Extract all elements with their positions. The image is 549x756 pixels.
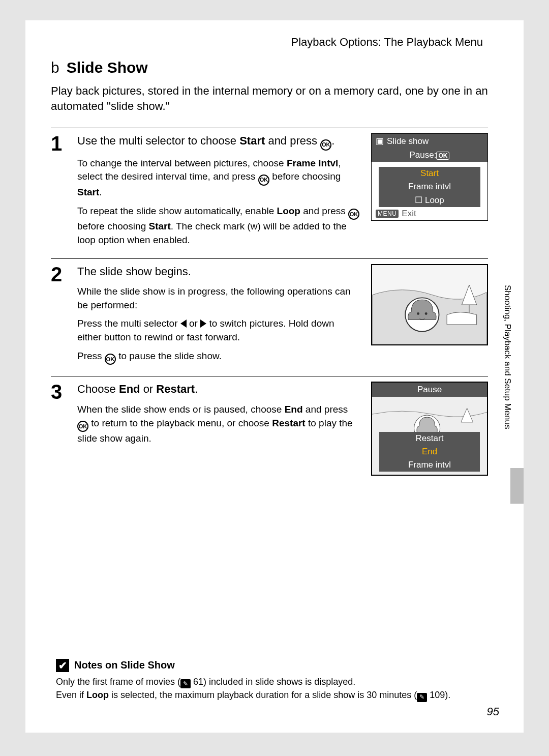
text-bold: Restart (272, 418, 305, 428)
text-bold: End (285, 404, 303, 415)
text: and press (303, 404, 348, 415)
lcd-pause-title: Pause (372, 383, 487, 397)
step-paragraph: When the slide show ends or is paused, c… (77, 403, 361, 446)
text: to return to the playback menu, or choos… (88, 418, 272, 428)
manual-page: Playback Options: The Playback Menu b Sl… (25, 20, 524, 733)
camera-lcd-pause-menu: Pause Restart End Frame intvl (371, 382, 488, 476)
check-icon: ✔ (56, 659, 69, 672)
text: Press the multi selector (77, 318, 180, 329)
step-number: 1 (51, 133, 68, 252)
text: Press (77, 351, 105, 361)
step-number: 3 (51, 382, 68, 476)
lcd-menu-end: End (379, 445, 480, 458)
ok-button-icon: OK (258, 175, 269, 186)
ok-button-icon: OK (105, 354, 116, 365)
lcd-title: Slide show (387, 136, 429, 147)
step-1: 1 Use the multi selector to choose Start… (51, 128, 488, 252)
step-2: 2 The slide show begins. While the slide… (51, 258, 488, 370)
text-bold: Loop (86, 690, 109, 700)
page-ref-icon: ✎ (417, 693, 427, 702)
lcd-background-illustration (372, 397, 487, 438)
text: Even if (56, 690, 86, 700)
text-bold: Restart (156, 383, 195, 395)
lcd-menu-frame-intvl: Frame intvl (379, 180, 480, 193)
text: Use the multi selector to choose (77, 134, 239, 147)
page-title: b Slide Show (51, 59, 488, 76)
text: or (140, 383, 157, 395)
step-paragraph: Press the multi selector or to switch pi… (77, 317, 361, 344)
note-line: Only the first frame of movies (✎ 61) in… (56, 675, 463, 689)
text: and press (265, 134, 320, 147)
playback-icon: ▣ (376, 136, 384, 147)
left-arrow-icon (180, 319, 187, 328)
section-header: Playback Options: The Playback Menu (51, 36, 488, 49)
svg-point-4 (417, 312, 419, 315)
text-bold: End (119, 383, 140, 395)
lcd-footer: MENUExit (372, 207, 487, 220)
sample-photo-illustration (371, 264, 488, 345)
text: To change the interval between pictures,… (77, 158, 287, 168)
text: to pause the slide show. (116, 351, 222, 361)
text: before choosing (269, 171, 341, 182)
text-bold: Start (239, 134, 265, 147)
svg-point-5 (425, 312, 428, 315)
camera-lcd-slideshow-menu: ▣ Slide show Pause:OK Start Frame intvl … (371, 133, 488, 221)
step-paragraph: To change the interval between pictures,… (77, 157, 361, 199)
page-ref-icon: ✎ (180, 679, 191, 688)
ok-button-icon: OK (436, 152, 449, 160)
text-bold: Frame intvl (287, 158, 338, 168)
text-bold: Start (77, 187, 99, 197)
lcd-menu-frame-intvl: Frame intvl (379, 458, 480, 472)
text: before choosing (77, 221, 149, 231)
text: is selected, the maximum playback durati… (109, 690, 417, 700)
intro-paragraph: Play back pictures, stored in the intern… (51, 83, 488, 113)
side-chapter-label: Shooting, Playback and Setup Menus (502, 285, 512, 429)
ok-button-icon: OK (320, 139, 331, 151)
step-heading: Choose End or Restart. (77, 382, 361, 397)
note-line: Even if Loop is selected, the maximum pl… (56, 688, 463, 702)
ok-button-icon: OK (77, 421, 88, 432)
checkmark-glyph: w (251, 221, 258, 231)
text: Choose (77, 383, 119, 395)
right-arrow-icon (200, 319, 206, 328)
text: . (195, 383, 198, 395)
lcd-title-bar: ▣ Slide show (372, 134, 487, 149)
text: Exit (402, 209, 416, 219)
side-thumb-tab (510, 468, 524, 504)
lcd-pause-row: Pause:OK (372, 149, 487, 162)
notes-section: ✔ Notes on Slide Show Only the first fra… (56, 659, 463, 702)
text: . (99, 187, 102, 197)
text-bold: Loop (277, 206, 300, 216)
ok-button-icon: OK (348, 209, 359, 220)
lcd-menu-start: Start (379, 167, 480, 180)
title-text: Slide Show (67, 59, 148, 76)
text: 61) included in slide shows is displayed… (191, 677, 355, 687)
text: and press (300, 206, 348, 216)
text: Loop (425, 195, 444, 205)
text: To repeat the slide show automatically, … (77, 206, 277, 216)
text: Pause: (410, 150, 437, 160)
step-3: 3 Choose End or Restart. When the slide … (51, 376, 488, 476)
step-heading: Use the multi selector to choose Start a… (77, 133, 361, 150)
text: Only the first frame of movies ( (56, 677, 180, 687)
text: or (187, 318, 200, 329)
text: When the slide show ends or is paused, c… (77, 404, 285, 415)
menu-button-icon: MENU (376, 210, 399, 218)
text: 109). (427, 690, 450, 700)
slideshow-mode-icon: b (51, 59, 59, 76)
notes-title: Notes on Slide Show (74, 659, 175, 671)
page-number: 95 (487, 705, 499, 718)
lcd-menu-loop: ☐ Loop (379, 193, 480, 207)
step-heading: The slide show begins. (77, 264, 361, 279)
step-number: 2 (51, 264, 68, 370)
notes-heading: ✔ Notes on Slide Show (56, 659, 463, 672)
text: . The check mark ( (171, 221, 251, 231)
text-bold: Start (149, 221, 171, 231)
step-paragraph: Press OK to pause the slide show. (77, 350, 361, 365)
step-paragraph: While the slide show is in progress, the… (77, 285, 361, 312)
step-paragraph: To repeat the slide show automatically, … (77, 205, 361, 247)
lcd-menu-restart: Restart (379, 432, 480, 445)
